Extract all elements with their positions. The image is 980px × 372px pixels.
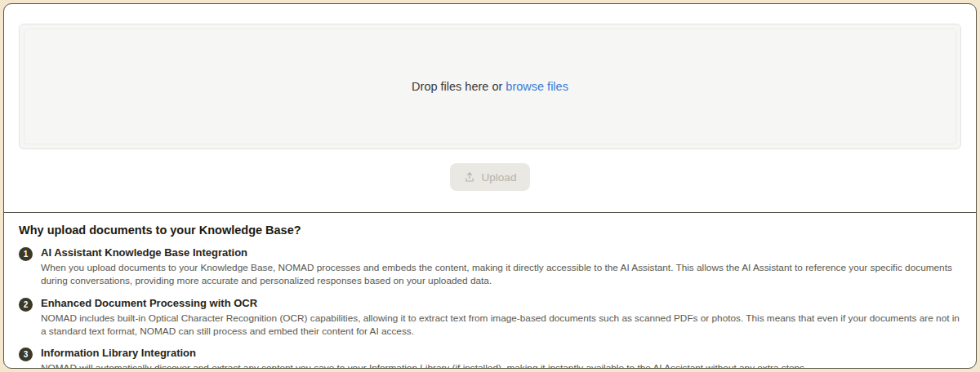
list-item-content: Enhanced Document Processing with OCR NO… [41, 297, 960, 339]
list-item-title: Information Library Integration [41, 347, 807, 359]
list-item-description: NOMAD includes built-in Optical Characte… [41, 312, 960, 339]
info-heading: Why upload documents to your Knowledge B… [19, 224, 960, 237]
list-item: 2 Enhanced Document Processing with OCR … [19, 297, 960, 339]
info-section: Why upload documents to your Knowledge B… [4, 212, 976, 369]
browse-files-link[interactable]: browse files [506, 80, 568, 93]
list-item-title: Enhanced Document Processing with OCR [41, 297, 960, 309]
list-item-content: AI Assistant Knowledge Base Integration … [41, 246, 960, 288]
dropzone-prompt-text: Drop files here or [412, 80, 502, 93]
list-item-content: Information Library Integration NOMAD wi… [41, 347, 807, 369]
dropzone-prompt: Drop files here or browse files [412, 80, 568, 93]
list-item: 1 AI Assistant Knowledge Base Integratio… [19, 246, 960, 288]
upload-button[interactable]: Upload [450, 163, 531, 191]
number-badge: 1 [19, 247, 33, 261]
upload-button-label: Upload [482, 171, 517, 184]
knowledge-base-upload-card: Drop files here or browse files Upload W… [3, 3, 977, 369]
list-item: 3 Information Library Integration NOMAD … [19, 347, 960, 369]
upload-icon [464, 171, 475, 183]
upload-section: Drop files here or browse files Upload [4, 4, 976, 212]
list-item-title: AI Assistant Knowledge Base Integration [41, 246, 960, 259]
number-badge: 3 [19, 348, 33, 361]
list-item-description: NOMAD will automatically discover and ex… [41, 361, 807, 369]
number-badge: 2 [19, 298, 33, 312]
file-dropzone[interactable]: Drop files here or browse files [19, 24, 961, 149]
list-item-description: When you upload documents to your Knowle… [41, 261, 960, 288]
upload-button-row: Upload [19, 163, 961, 191]
